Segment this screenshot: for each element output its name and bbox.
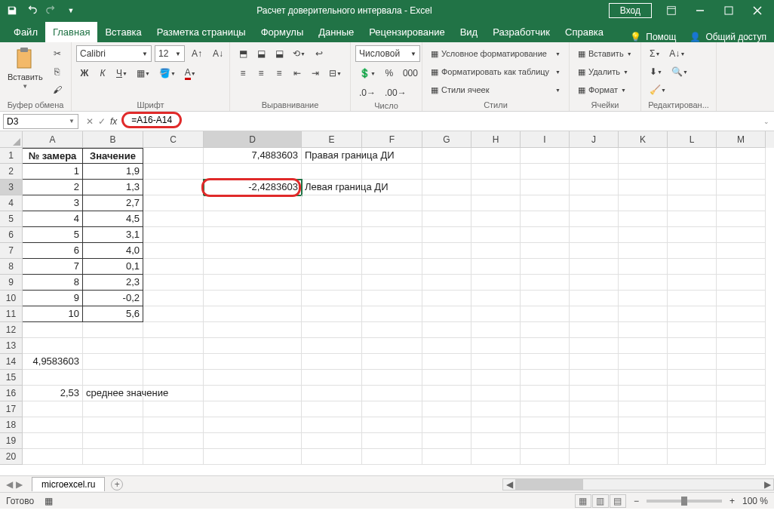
cell-C5[interactable]: [143, 211, 204, 227]
percent-icon[interactable]: %: [381, 65, 398, 81]
cell-C13[interactable]: [143, 338, 204, 354]
cell-M2[interactable]: [717, 164, 766, 180]
sign-in-button[interactable]: Вход: [609, 3, 652, 18]
cell-J1[interactable]: [570, 148, 619, 164]
cancel-formula-icon[interactable]: ✕: [86, 116, 94, 127]
cell-E12[interactable]: [302, 322, 362, 338]
format-painter-icon[interactable]: 🖌: [49, 81, 66, 98]
cell-M5[interactable]: [717, 211, 766, 227]
cell-D4[interactable]: [204, 195, 302, 211]
cell-G14[interactable]: [422, 354, 471, 370]
row-header-9[interactable]: 9: [0, 275, 23, 291]
cell-K1[interactable]: [619, 148, 668, 164]
cell-M1[interactable]: [717, 148, 766, 164]
cell-G7[interactable]: [422, 243, 471, 259]
cell-F9[interactable]: [362, 275, 422, 291]
cell-I4[interactable]: [521, 195, 570, 211]
cell-J19[interactable]: [570, 433, 619, 449]
cell-K7[interactable]: [619, 243, 668, 259]
cell-K9[interactable]: [619, 275, 668, 291]
cell-M15[interactable]: [717, 370, 766, 386]
cell-H9[interactable]: [471, 275, 521, 291]
cell-D9[interactable]: [204, 275, 302, 291]
row-header-8[interactable]: 8: [0, 259, 23, 275]
cell-J5[interactable]: [570, 211, 619, 227]
cell-C9[interactable]: [143, 275, 204, 291]
row-header-10[interactable]: 10: [0, 291, 23, 306]
decrease-decimal-icon[interactable]: .00→: [381, 85, 410, 101]
fill-color-icon[interactable]: 🪣▼: [155, 65, 180, 81]
cell-I1[interactable]: [521, 148, 570, 164]
col-header-H[interactable]: H: [471, 131, 521, 148]
cell-K5[interactable]: [619, 211, 668, 227]
cell-K14[interactable]: [619, 354, 668, 370]
cell-I7[interactable]: [521, 243, 570, 259]
cell-J4[interactable]: [570, 195, 619, 211]
cell-D20[interactable]: [204, 449, 302, 465]
cell-G13[interactable]: [422, 338, 471, 354]
col-header-A[interactable]: A: [23, 131, 83, 148]
cell-M8[interactable]: [717, 259, 766, 275]
italic-button[interactable]: К: [94, 65, 111, 81]
cell-E14[interactable]: [302, 354, 362, 370]
cell-D10[interactable]: [204, 291, 302, 306]
align-top-icon[interactable]: ⬒: [235, 45, 251, 62]
cell-M14[interactable]: [717, 354, 766, 370]
horizontal-scrollbar[interactable]: ◀ ▶: [502, 478, 774, 490]
cell-L11[interactable]: [668, 306, 717, 322]
cell-L10[interactable]: [668, 291, 717, 306]
autosum-icon[interactable]: Σ▼: [646, 45, 664, 62]
tab-data[interactable]: Данные: [311, 22, 361, 42]
cell-E20[interactable]: [302, 449, 362, 465]
cell-J8[interactable]: [570, 259, 619, 275]
cell-L20[interactable]: [668, 449, 717, 465]
cell-J9[interactable]: [570, 275, 619, 291]
tab-page-layout[interactable]: Разметка страницы: [149, 22, 253, 42]
cell-I17[interactable]: [521, 401, 570, 417]
cell-B3[interactable]: 1,3: [83, 180, 143, 195]
expand-formula-bar-icon[interactable]: ⌄: [759, 118, 774, 125]
cell-G2[interactable]: [422, 164, 471, 180]
bold-button[interactable]: Ж: [76, 65, 93, 81]
cell-B4[interactable]: 2,7: [83, 195, 143, 211]
cell-G17[interactable]: [422, 401, 471, 417]
cell-F17[interactable]: [362, 401, 422, 417]
cell-H10[interactable]: [471, 291, 521, 306]
cell-K4[interactable]: [619, 195, 668, 211]
cell-D2[interactable]: [204, 164, 302, 180]
increase-decimal-icon[interactable]: .0→: [355, 85, 379, 101]
cell-I18[interactable]: [521, 417, 570, 433]
paste-button[interactable]: Вставить ▼: [5, 45, 46, 91]
cell-A10[interactable]: 9: [23, 291, 83, 306]
cell-H11[interactable]: [471, 306, 521, 322]
col-header-M[interactable]: M: [717, 131, 766, 148]
cell-C10[interactable]: [143, 291, 204, 306]
cell-A12[interactable]: [23, 322, 83, 338]
cell-C15[interactable]: [143, 370, 204, 386]
cell-F14[interactable]: [362, 354, 422, 370]
cell-I10[interactable]: [521, 291, 570, 306]
cell-B17[interactable]: [83, 401, 143, 417]
cell-L7[interactable]: [668, 243, 717, 259]
cell-A2[interactable]: 1: [23, 164, 83, 180]
cell-M9[interactable]: [717, 275, 766, 291]
cell-J2[interactable]: [570, 164, 619, 180]
cell-E13[interactable]: [302, 338, 362, 354]
col-header-I[interactable]: I: [521, 131, 570, 148]
cell-B6[interactable]: 3,1: [83, 227, 143, 243]
cell-D17[interactable]: [204, 401, 302, 417]
cell-F18[interactable]: [362, 417, 422, 433]
cell-H3[interactable]: [471, 180, 521, 195]
cell-A6[interactable]: 5: [23, 227, 83, 243]
cell-I3[interactable]: [521, 180, 570, 195]
cell-D8[interactable]: [204, 259, 302, 275]
cell-G15[interactable]: [422, 370, 471, 386]
cell-F16[interactable]: [362, 386, 422, 401]
cell-M16[interactable]: [717, 386, 766, 401]
cell-L19[interactable]: [668, 433, 717, 449]
cut-icon[interactable]: ✂: [49, 45, 66, 62]
undo-icon[interactable]: [23, 2, 41, 20]
cell-H17[interactable]: [471, 401, 521, 417]
formula-input[interactable]: =A16-A14: [121, 114, 759, 129]
cell-G19[interactable]: [422, 433, 471, 449]
